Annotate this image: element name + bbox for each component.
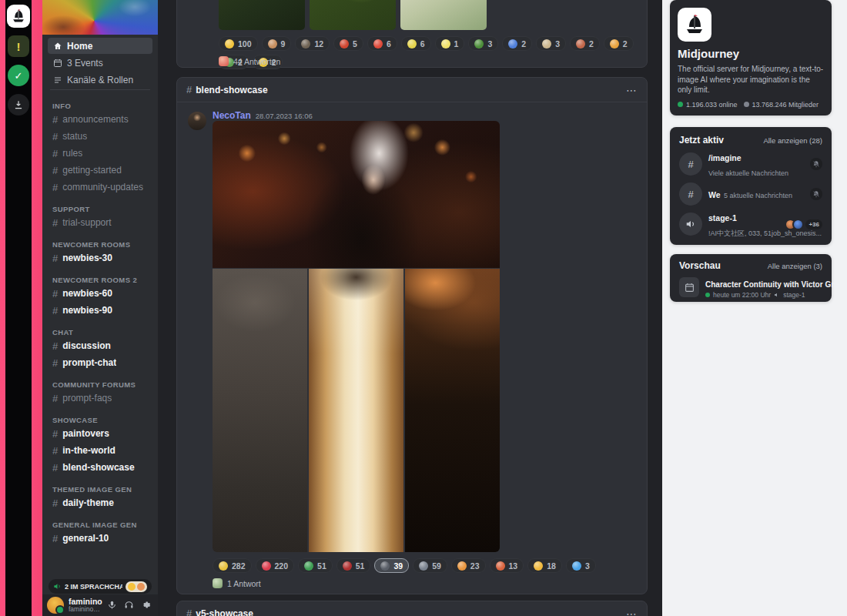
channel-row[interactable]: # NEWCOMER ROOMS xyxy=(48,239,152,249)
bell-muted-icon[interactable] xyxy=(810,188,822,200)
image-thumbnail[interactable] xyxy=(310,0,396,30)
user-avatar[interactable] xyxy=(47,597,64,614)
reaction-count: 100 xyxy=(238,39,252,49)
reaction-pill[interactable]: 3 xyxy=(536,36,566,51)
channel-row[interactable]: # INFO xyxy=(48,100,152,111)
reaction-pill[interactable]: 12 xyxy=(295,36,330,51)
channel-row[interactable]: # GENERAL IMAGE GEN xyxy=(48,519,152,530)
download-button[interactable] xyxy=(8,94,29,116)
channel-row[interactable]: # prompt-chat xyxy=(48,354,152,371)
reaction-pill[interactable]: 6 xyxy=(401,36,431,51)
reaction-count: 2 xyxy=(589,39,594,49)
reaction-pill[interactable]: 100 xyxy=(219,36,258,51)
more-options-icon[interactable]: ⋯ xyxy=(626,608,638,616)
reaction-pill[interactable]: 59 xyxy=(413,558,447,573)
midjourney-server-icon[interactable] xyxy=(7,5,30,28)
active-channel-stage-1[interactable]: stage-1 !AI中文社区, 033, 51job_sh_onesis...… xyxy=(679,211,822,237)
channel-row[interactable]: # getting-started xyxy=(48,162,152,179)
author-name[interactable]: NecoTan xyxy=(213,110,251,121)
channel-row[interactable]: # COMMUNITY FORUMS xyxy=(48,379,152,390)
event-channel: stage-1 xyxy=(783,291,805,299)
reaction-pill[interactable]: 220 xyxy=(256,558,295,573)
reaction-pill[interactable]: 39 xyxy=(374,558,409,573)
channel-row[interactable]: # newbies-90 xyxy=(48,302,152,319)
reaction-pill[interactable]: 51 xyxy=(298,558,333,573)
channel-label: discussion xyxy=(62,340,111,351)
message-header: NecoTan 28.07.2023 16:06 xyxy=(213,110,313,121)
channel-row[interactable]: # newbies-60 xyxy=(48,285,152,302)
voice-status[interactable]: 2 IM SPRACHCHAT xyxy=(49,579,152,594)
headphones-button[interactable] xyxy=(124,599,136,611)
reaction-pill[interactable]: 1 xyxy=(435,36,465,51)
reaction-pill[interactable]: 13 xyxy=(490,558,524,573)
reaction-pill[interactable]: 2 xyxy=(502,36,532,51)
sidebar-item-events[interactable]: 3 Events xyxy=(48,55,152,71)
emoji-icon xyxy=(534,561,543,571)
channel-row[interactable]: # discussion xyxy=(48,337,152,354)
reaction-pill[interactable]: 2 xyxy=(570,36,600,51)
more-options-icon[interactable]: ⋯ xyxy=(626,84,638,96)
reaction-pill[interactable]: 282 xyxy=(213,558,252,573)
event-item[interactable]: Character Continuity with Victor Gna... … xyxy=(679,276,822,298)
image-thumbnail[interactable] xyxy=(219,0,305,30)
channel-row[interactable]: # SUPPORT xyxy=(48,203,152,214)
channel-row[interactable]: # rules xyxy=(48,145,152,162)
channel-row[interactable]: # paintovers xyxy=(48,425,152,442)
image-thumbnail[interactable] xyxy=(400,0,487,30)
reaction-pill[interactable]: 6 xyxy=(367,36,397,51)
reaction-pill[interactable]: 9 xyxy=(262,36,292,51)
user-meta[interactable]: faminino faminino_281 xyxy=(69,598,102,613)
card-header: Vorschau Alle anzeigen (3) xyxy=(679,260,822,271)
reaction-pill[interactable]: 3 xyxy=(468,36,498,51)
active-subtitle: !AI中文社区, 033, 51job_sh_onesis... xyxy=(708,229,822,237)
thread-replies-link[interactable]: 1 Antwort xyxy=(213,578,261,588)
channel-row[interactable]: # NEWCOMER ROOMS 2 xyxy=(48,274,152,285)
mic-button[interactable] xyxy=(107,599,119,611)
reaction-pill[interactable]: 18 xyxy=(527,558,562,573)
channel-row[interactable]: # SHOWCASE xyxy=(48,414,152,425)
channel-row[interactable]: # trial-support xyxy=(48,214,152,231)
active-channel-we[interactable]: # We 5 aktuelle Nachrichten xyxy=(679,181,822,207)
alert-server-icon[interactable]: ! xyxy=(8,35,29,57)
sidebar-item-home[interactable]: Home xyxy=(48,38,152,54)
message-image-left[interactable] xyxy=(213,269,307,552)
channel-row[interactable]: # status xyxy=(48,128,152,145)
bell-muted-icon[interactable] xyxy=(810,158,822,170)
reaction-pill[interactable]: 2 xyxy=(604,36,634,51)
see-all-link[interactable]: Alle anzeigen (28) xyxy=(763,136,822,145)
server-banner xyxy=(42,0,158,35)
card-header: Jetzt aktiv Alle anzeigen (28) xyxy=(679,135,822,146)
channel-row[interactable]: # blend-showcase xyxy=(48,459,152,476)
author-avatar[interactable] xyxy=(188,112,206,130)
channel-row[interactable]: # prompt-faqs xyxy=(48,390,152,407)
channel-name[interactable]: v5-showcase xyxy=(196,608,626,616)
see-all-link[interactable]: Alle anzeigen (3) xyxy=(768,262,822,270)
message-image-main[interactable] xyxy=(213,121,500,268)
channel-row[interactable]: # daily-theme xyxy=(48,494,152,511)
hash-icon: # xyxy=(52,393,58,404)
settings-button[interactable] xyxy=(141,599,153,611)
channel-row[interactable]: # THEMED IMAGE GEN xyxy=(48,484,152,494)
reaction-pill[interactable]: 5 xyxy=(333,36,363,51)
thread-replies-link[interactable]: 44 Antworten xyxy=(219,56,280,66)
sidebar-item-channels-roles[interactable]: Kanäle & Rollen xyxy=(48,72,152,88)
channel-name[interactable]: blend-showcase xyxy=(196,85,626,95)
channel-row[interactable]: # in-the-world xyxy=(48,442,152,459)
channel-row[interactable]: # CHAT xyxy=(48,326,152,337)
voice-emoji-chip xyxy=(126,581,147,592)
message-image-middle[interactable] xyxy=(309,269,403,552)
channel-label: status xyxy=(62,131,87,142)
reaction-pill[interactable]: 3 xyxy=(566,558,596,573)
status-server-icon[interactable]: ✓ xyxy=(8,65,29,86)
reaction-pill[interactable]: 23 xyxy=(451,558,486,573)
channel-row[interactable]: # community-updates xyxy=(48,179,152,196)
reaction-pill[interactable]: 51 xyxy=(336,558,371,573)
channel-row[interactable]: # announcements xyxy=(48,111,152,128)
active-channel-imagine[interactable]: # /imagine Viele aktuelle Nachrichten xyxy=(679,151,822,177)
participant-avatars: +36 xyxy=(785,219,822,230)
channel-row[interactable]: # general-10 xyxy=(48,530,152,547)
channel-row[interactable]: # newbies-30 xyxy=(48,249,152,266)
sailboat-icon xyxy=(10,8,27,25)
previous-post-card: 100 9 12 5 xyxy=(176,0,648,68)
message-image-right[interactable] xyxy=(405,269,500,552)
